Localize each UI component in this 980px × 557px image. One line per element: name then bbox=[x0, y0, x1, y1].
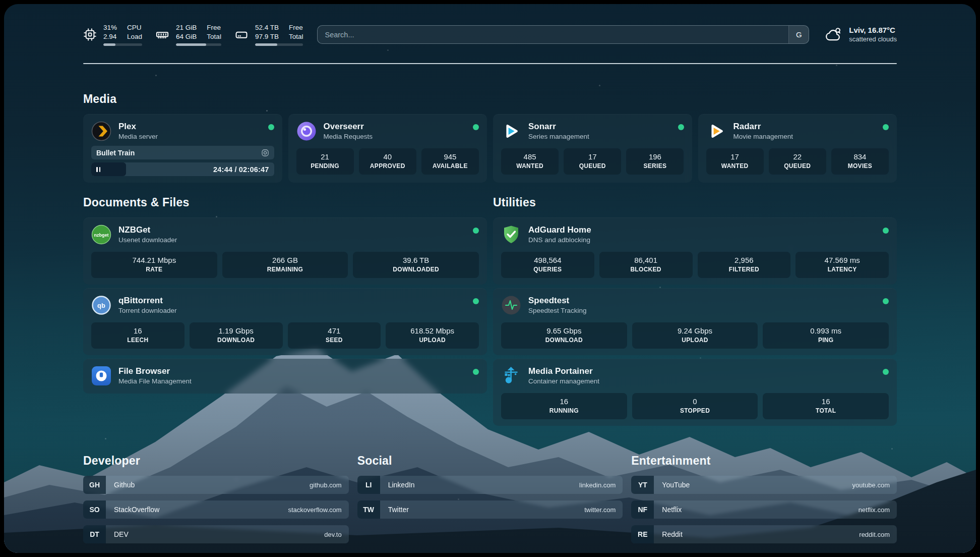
cpu-icon bbox=[83, 28, 97, 41]
status-online-dot bbox=[473, 369, 479, 375]
stat-available: 945AVAILABLE bbox=[421, 148, 479, 175]
search-input[interactable] bbox=[318, 26, 788, 43]
cpu-usage-value: 31% bbox=[103, 23, 117, 32]
stat-wanted: 17WANTED bbox=[706, 148, 764, 175]
bookmark-abbr: SO bbox=[83, 500, 106, 519]
filebrowser-card[interactable]: File Browser Media File Management bbox=[83, 359, 487, 394]
stat-upload: 618.52 MbpsUPLOAD bbox=[386, 322, 479, 349]
plex-card[interactable]: Plex Media server Bullet Train bbox=[83, 114, 282, 183]
bookmark-name: Twitter bbox=[380, 500, 409, 519]
sonarr-card[interactable]: Sonarr Series management 485WANTED 17QUE… bbox=[493, 114, 692, 183]
cpu-progress-bar bbox=[103, 43, 142, 46]
card-desc: Movie management bbox=[733, 133, 793, 141]
bookmark-reddit[interactable]: RE Reddit reddit.com bbox=[631, 525, 897, 543]
bookmark-abbr: GH bbox=[83, 476, 106, 494]
card-desc: Speedtest Tracking bbox=[528, 307, 587, 315]
bookmark-dev[interactable]: DT DEV dev.to bbox=[83, 525, 349, 543]
cpu-load-value: 2.94 bbox=[103, 32, 117, 41]
weather-condition: scattered clouds bbox=[849, 35, 897, 44]
search-provider-button[interactable]: G bbox=[788, 26, 809, 43]
stat-movies: 834MOVIES bbox=[831, 148, 889, 175]
bookmark-name: Github bbox=[106, 476, 135, 494]
status-online-dot bbox=[473, 124, 479, 130]
disk-icon bbox=[234, 28, 249, 42]
nzbget-icon: nzbget bbox=[91, 225, 111, 245]
stat-rate: 744.21 MbpsRATE bbox=[91, 252, 217, 278]
speedtest-card[interactable]: Speedtest Speedtest Tracking 9.65 GbpsDO… bbox=[493, 288, 897, 355]
stat-upload: 9.24 GbpsUPLOAD bbox=[632, 322, 758, 349]
bookmark-github[interactable]: GH Github github.com bbox=[83, 476, 349, 494]
status-online-dot bbox=[883, 228, 889, 234]
adguard-card[interactable]: AdGuard Home DNS and adblocking 498,564Q… bbox=[493, 217, 897, 285]
stat-remaining: 266 GBREMAINING bbox=[222, 252, 348, 278]
section-title-documents: Documents & Files bbox=[83, 196, 487, 209]
overseerr-card[interactable]: Overseerr Media Requests 21PENDING 40APP… bbox=[288, 114, 487, 183]
weather-location-temp: Lviv, 16.87°C bbox=[849, 25, 897, 35]
disk-free-label: Free bbox=[289, 23, 303, 32]
disk-progress-bar bbox=[255, 43, 303, 46]
plex-now-playing: Bullet Train bbox=[91, 146, 274, 159]
overseerr-icon bbox=[296, 121, 317, 141]
snow-speckles bbox=[4, 4, 6, 6]
bookmark-twitter[interactable]: TW Twitter twitter.com bbox=[357, 500, 623, 519]
qbittorrent-icon: qb bbox=[91, 295, 111, 315]
card-title: Speedtest bbox=[528, 295, 587, 306]
dashboard: 31% CPU 2.94 Load bbox=[4, 4, 976, 553]
card-desc: Usenet downloader bbox=[118, 236, 177, 245]
cpu-label: CPU bbox=[127, 23, 142, 32]
filebrowser-icon bbox=[91, 366, 111, 386]
cpu-widget: 31% CPU 2.94 Load bbox=[83, 23, 142, 46]
weather-widget: Lviv, 16.87°C scattered clouds bbox=[824, 25, 897, 43]
card-title: Overseerr bbox=[324, 121, 373, 132]
bookmark-abbr: RE bbox=[631, 525, 654, 543]
memory-free-value: 21 GiB bbox=[176, 23, 197, 32]
stat-running: 16RUNNING bbox=[501, 393, 627, 419]
stat-queries: 498,564QUERIES bbox=[501, 252, 594, 278]
section-title-developer: Developer bbox=[83, 454, 349, 468]
bookmark-abbr: DT bbox=[83, 525, 106, 543]
card-title: AdGuard Home bbox=[528, 225, 591, 235]
bookmark-netflix[interactable]: NF Netflix netflix.com bbox=[631, 500, 897, 519]
bookmark-abbr: YT bbox=[631, 476, 654, 494]
cloud-icon bbox=[824, 27, 843, 43]
card-title: NZBGet bbox=[118, 225, 177, 235]
card-title: Radarr bbox=[733, 121, 793, 132]
status-online-dot bbox=[268, 124, 274, 130]
stat-leech: 16LEECH bbox=[91, 322, 185, 349]
stat-seed: 471SEED bbox=[288, 322, 381, 349]
bookmark-url: twitter.com bbox=[584, 500, 623, 519]
bookmark-linkedin[interactable]: LI LinkedIn linkedin.com bbox=[357, 476, 623, 494]
disk-total-value: 97.9 TB bbox=[255, 32, 279, 41]
bookmark-stackoverflow[interactable]: SO StackOverflow stackoverflow.com bbox=[83, 500, 349, 519]
stat-latency: 47.569 msLATENCY bbox=[795, 252, 889, 278]
nzbget-card[interactable]: nzbget NZBGet Usenet downloader 744.21 M… bbox=[83, 217, 487, 285]
disk-total-label: Total bbox=[289, 32, 303, 41]
qbittorrent-card[interactable]: qb qBittorrent Torrent downloader 16LEEC… bbox=[83, 288, 487, 355]
topbar-divider bbox=[83, 63, 897, 64]
bookmark-url: stackoverflow.com bbox=[288, 500, 348, 519]
bookmark-name: Netflix bbox=[654, 500, 682, 519]
now-playing-icon bbox=[261, 149, 269, 157]
card-title: File Browser bbox=[118, 366, 192, 376]
bookmark-url: reddit.com bbox=[859, 525, 897, 543]
card-title: qBittorrent bbox=[118, 295, 177, 306]
top-bar: 31% CPU 2.94 Load bbox=[83, 23, 897, 46]
memory-total-value: 64 GiB bbox=[176, 32, 197, 41]
bookmark-name: DEV bbox=[106, 525, 129, 543]
bookmark-url: github.com bbox=[310, 476, 349, 494]
stat-series: 196SERIES bbox=[626, 148, 684, 175]
section-title-utilities: Utilities bbox=[493, 196, 897, 209]
plex-icon bbox=[91, 121, 111, 141]
portainer-card[interactable]: Media Portainer Container management 16R… bbox=[493, 359, 897, 426]
stat-download: 9.65 GbpsDOWNLOAD bbox=[501, 322, 627, 349]
memory-total-label: Total bbox=[207, 32, 221, 41]
pause-icon bbox=[96, 167, 100, 172]
adguard-icon bbox=[501, 225, 521, 245]
bookmark-abbr: NF bbox=[631, 500, 654, 519]
sonarr-icon bbox=[501, 121, 521, 141]
card-desc: Media Requests bbox=[324, 133, 373, 141]
stat-approved: 40APPROVED bbox=[359, 148, 416, 175]
radarr-card[interactable]: Radarr Movie management 17WANTED 22QUEUE… bbox=[698, 114, 897, 183]
card-desc: Media server bbox=[118, 133, 158, 141]
bookmark-youtube[interactable]: YT YouTube youtube.com bbox=[631, 476, 897, 494]
